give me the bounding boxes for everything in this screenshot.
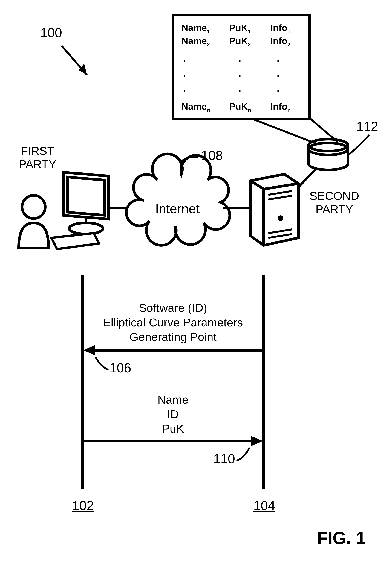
msg2-line2: ID (82, 407, 264, 422)
tbl-r1c1: Name1 (182, 22, 210, 34)
svg-text:.: . (183, 83, 186, 94)
msg1-line3: Generating Point (82, 330, 264, 344)
cloud-label: Internet (155, 201, 199, 216)
figure-page: { "figure": { "caption": "FIG. 1", "refe… (0, 0, 392, 565)
tbl-rnc2: PuKn (229, 101, 251, 113)
msg1: Software (ID) Elliptical Curve Parameter… (82, 301, 264, 344)
ref-106: 106 (109, 360, 131, 375)
msg2-line1: Name (82, 392, 264, 407)
svg-text:.: . (183, 53, 186, 64)
svg-text:.: . (183, 68, 186, 79)
tbl-r1c3: Info1 (270, 22, 290, 34)
tbl-r2c3: Info2 (270, 36, 290, 47)
svg-point-10 (279, 217, 282, 220)
svg-text:.: . (238, 68, 241, 79)
tbl-r2c1: Name2 (182, 36, 210, 47)
msg1-line2: Elliptical Curve Parameters (82, 315, 264, 330)
label-second-party: SECOND PARTY (309, 189, 359, 216)
svg-text:.: . (277, 68, 280, 79)
ref-108: 108 (201, 148, 223, 163)
tbl-r2c2: PuK2 (229, 36, 251, 47)
ref-100: 100 (40, 25, 62, 40)
msg1-line1: Software (ID) (82, 301, 264, 315)
ref-112: 112 (356, 119, 378, 134)
svg-text:.: . (238, 53, 241, 64)
svg-text:.: . (277, 53, 280, 64)
svg-line-17 (252, 119, 318, 144)
label-first-party: FIRST PARTY (19, 144, 56, 171)
svg-text:.: . (277, 83, 280, 94)
ref-102: 102 (72, 498, 94, 513)
figure-caption: FIG. 1 (317, 528, 366, 548)
msg2-line3: PuK (82, 421, 264, 436)
svg-marker-33 (251, 436, 263, 446)
svg-point-3 (69, 223, 103, 234)
svg-point-2 (22, 195, 45, 219)
tbl-rnc3: Infon (270, 101, 291, 113)
tbl-r1c2: PuK1 (229, 22, 251, 34)
ref-104: 104 (253, 498, 275, 513)
msg2: Name ID PuK (82, 392, 264, 436)
tbl-rnc1: Namen (182, 101, 210, 113)
diagram-svg: ... ... ... (0, 0, 392, 565)
svg-marker-31 (83, 345, 95, 356)
svg-text:.: . (238, 83, 241, 94)
ref-110: 110 (213, 451, 235, 466)
